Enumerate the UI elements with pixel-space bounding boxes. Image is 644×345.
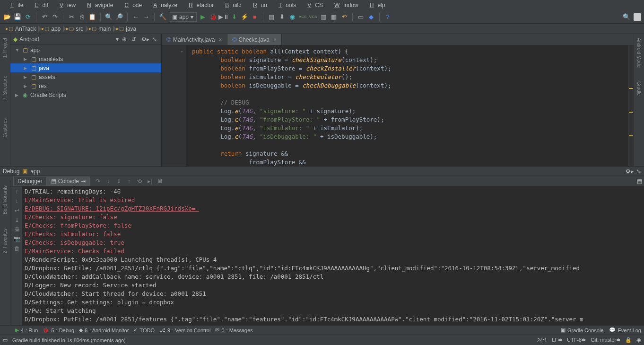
back-icon[interactable]: ← (131, 13, 140, 21)
chevron-down-icon[interactable]: ▾ (116, 36, 119, 43)
profile-icon[interactable]: ▶⏸ (219, 13, 228, 21)
tool-todo[interactable]: ✓ TODO (133, 327, 155, 333)
breadcrumb-main[interactable]: ▸▢main (86, 24, 113, 34)
tab-checks-java[interactable]: ⒸChecks.java× (227, 34, 282, 45)
forward-icon[interactable]: → (142, 13, 150, 21)
menu-vcs[interactable]: VCS (300, 1, 327, 9)
print-icon[interactable]: 🖶 (14, 226, 20, 233)
paste-icon[interactable]: 📋 (88, 13, 96, 21)
tree-item-gradle-scripts[interactable]: ▶◉Gradle Scripts (10, 90, 161, 99)
code-area[interactable]: ▾ public static boolean all(Context cont… (162, 45, 634, 166)
code-text[interactable]: public static boolean all(Context contex… (186, 45, 628, 166)
evaluate-icon[interactable]: 🖩 (156, 177, 165, 186)
hide-icon[interactable]: ⤡ (151, 36, 158, 43)
favorites-tab[interactable]: 2: Favorites (2, 229, 8, 253)
gear-icon[interactable]: ⚙▸ (141, 36, 149, 43)
breadcrumb-app[interactable]: ▸▢app (39, 24, 63, 34)
save-icon[interactable]: 💾 (13, 13, 22, 21)
revert-icon[interactable]: ↶ (340, 13, 348, 21)
apply-icon[interactable]: ⚡ (240, 13, 249, 21)
device-icon[interactable]: ▭ (357, 13, 365, 21)
menu-edit[interactable]: Edit (27, 1, 52, 9)
breadcrumb-src[interactable]: ▸▢src (63, 24, 86, 34)
menu-help[interactable]: Help (362, 1, 389, 9)
wrap-icon[interactable]: ↩ (15, 207, 19, 214)
open-icon[interactable]: 📂 (3, 13, 11, 21)
breadcrumb-antrack[interactable]: ▸▢AnTrack (3, 24, 39, 34)
tab-mainactivity-java[interactable]: ⒸMainActivity.java× (162, 34, 227, 45)
status-icon[interactable]: ▭ (3, 337, 8, 343)
gradle-sync-icon[interactable]: ◉ (288, 13, 296, 21)
structure-tool-tab[interactable]: 7: Structure (2, 74, 8, 102)
menu-view[interactable]: View (52, 1, 79, 9)
caret-position[interactable]: 24:1 (537, 337, 547, 343)
menu-run[interactable]: Run (245, 1, 271, 9)
vcs-update-icon[interactable]: VCS (298, 13, 307, 21)
close-icon[interactable]: × (273, 36, 277, 43)
step-over-icon[interactable]: ↷ (94, 177, 102, 186)
find-icon[interactable]: 🔍 (104, 13, 113, 21)
hide-icon[interactable]: ⤡ (636, 168, 641, 175)
up-icon[interactable]: ↑ (16, 188, 18, 195)
restore-icon[interactable]: ▤ (637, 178, 642, 185)
sdk-icon[interactable]: ⬇ (278, 13, 286, 21)
menu-build[interactable]: Build (218, 1, 245, 9)
panel-title[interactable]: Android (19, 36, 114, 43)
tool-gradle-console[interactable]: ▣ Gradle Console (561, 327, 603, 333)
run-icon[interactable]: ▶ (199, 13, 207, 21)
cut-icon[interactable]: ✂ (67, 13, 76, 21)
menu-navigate[interactable]: Navigate (79, 1, 117, 9)
avatar[interactable] (634, 13, 641, 21)
menu-refactor[interactable]: Refactor (181, 1, 218, 9)
run-config-select[interactable]: ▣ app ▾ (169, 12, 197, 22)
gradle-tab[interactable]: Gradle (636, 80, 642, 97)
scroll-icon[interactable]: ⤓ (15, 217, 19, 223)
stop-icon[interactable]: ■ (251, 13, 259, 21)
android-icon[interactable]: ◆ (367, 13, 375, 21)
menu-analyze[interactable]: Analyze (146, 1, 181, 9)
replace-icon[interactable]: 🔎 (115, 13, 123, 21)
redo-icon[interactable]: ↷ (51, 13, 59, 21)
sync-icon[interactable]: ⟳ (24, 13, 32, 21)
breadcrumb-java[interactable]: ▸▢java (113, 24, 139, 34)
tool-messages[interactable]: ✉ 0: Messages (215, 327, 252, 333)
lock-icon[interactable]: 🔒 (625, 337, 632, 343)
tree-item-manifests[interactable]: ▶▢manifests (10, 54, 161, 63)
menu-file[interactable]: File (3, 1, 27, 9)
tool-debug[interactable]: 🐞 5: Debug (43, 327, 74, 333)
copy-icon[interactable]: ⎘ (78, 13, 86, 21)
avd-icon[interactable]: ▤ (267, 13, 276, 21)
tree-item-assets[interactable]: ▶▢assets (10, 72, 161, 81)
tree-item-app[interactable]: ▼▢app (10, 45, 161, 54)
tab-debugger[interactable]: Debugger (13, 177, 47, 186)
console-output[interactable]: D/TRIAL: remainingDays: -46 E/MainServic… (23, 186, 644, 325)
line-separator[interactable]: LF≑ (552, 337, 562, 343)
tree-item-java[interactable]: ▶▢java (10, 63, 161, 72)
git-branch[interactable]: Git: master≑ (591, 337, 620, 343)
search-icon[interactable]: 🔍 (622, 13, 631, 21)
menu-code[interactable]: Code (117, 1, 146, 9)
tool-run[interactable]: ▶ 4: Run (15, 327, 38, 333)
layout-icon[interactable]: ▦ (330, 13, 338, 21)
camera-icon[interactable]: 📷 (13, 236, 20, 242)
tab-console[interactable]: ▤ Console ⇥ (47, 177, 90, 186)
tool-android-monitor[interactable]: ◆ 6: Android Monitor (79, 327, 129, 333)
force-step-icon[interactable]: ⇓ (114, 177, 123, 186)
close-icon[interactable]: × (218, 36, 222, 43)
undo-icon[interactable]: ↶ (40, 13, 49, 21)
tree-item-res[interactable]: ▶▢res (10, 81, 161, 90)
help-icon[interactable]: ? (383, 13, 392, 21)
attach-icon[interactable]: ⬇ (230, 13, 238, 21)
menu-tools[interactable]: Tools (271, 1, 300, 9)
gear-icon[interactable]: ⚙▸ (626, 168, 634, 175)
hector-icon[interactable]: ◉ (636, 337, 641, 343)
down-icon[interactable]: ↓ (16, 198, 18, 204)
tool-event-log[interactable]: 💬 Event Log (609, 327, 641, 333)
menu-window[interactable]: Window (327, 1, 362, 9)
structure-icon[interactable]: ▥ (319, 13, 328, 21)
debug-icon[interactable]: 🐞 (209, 13, 218, 21)
android-model-tab[interactable]: Android Model (636, 36, 642, 70)
tool-version-control[interactable]: ⎇ 9: Version Control (159, 327, 210, 333)
vcs-commit-icon[interactable]: VCS (309, 13, 317, 21)
hammer-icon[interactable]: 🔨 (158, 13, 167, 21)
